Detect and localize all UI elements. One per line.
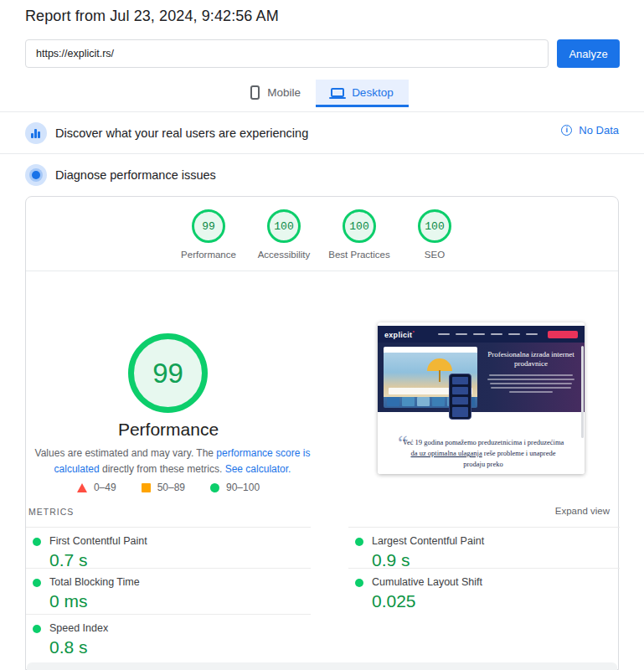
field-data-section-header: Discover what your real users are experi… [25,122,619,144]
metrics-heading: METRICS [28,507,74,517]
tab-mobile[interactable]: Mobile [235,80,316,107]
legend-average-label: 50–89 [157,482,185,493]
preview-quote-text: Već 19 godina pomažemo preduzetnicima i … [401,437,565,471]
no-data-status[interactable]: i No Data [561,124,619,137]
metric-label: Largest Contentful Paint [372,535,620,547]
score-seo[interactable]: 100 SEO [397,209,472,260]
score-best-practices[interactable]: 100 Best Practices [322,209,397,260]
legend-good: 90–100 [210,482,260,493]
lab-data-section-header: Diagnose performance issues [25,164,619,186]
score-seo-value: 100 [418,209,451,243]
tab-desktop[interactable]: Desktop [316,80,409,107]
mobile-phone-icon [250,85,260,100]
metric-label: Cumulative Layout Shift [372,576,620,588]
score-accessibility-value: 100 [267,209,301,243]
metric-value: 0.8 s [49,637,311,657]
preview-hero-section: Profesionalna izrada internet prodavnice [378,343,585,412]
preview-scrollbar [581,346,584,438]
page-title: Report from Jul 23, 2024, 9:42:56 AM [25,8,279,25]
url-input[interactable] [25,39,549,68]
metric-largest-contentful-paint: Largest Contentful Paint 0.9 s [348,527,620,570]
good-dot-icon [33,538,41,546]
diagnose-gauge-icon [25,164,47,186]
no-data-label: No Data [579,124,619,137]
good-dot-icon [33,579,41,587]
preview-site-header: explicit* [378,326,585,343]
collapsed-section-bar[interactable] [27,662,617,670]
metric-speed-index: Speed Index 0.8 s [26,614,311,657]
average-square-icon [142,483,151,492]
score-seo-label: SEO [397,250,472,260]
score-best-practices-value: 100 [343,209,376,243]
divider [26,271,618,271]
good-dot-icon [355,538,363,546]
legend-poor: 0–49 [77,482,116,493]
preview-site-logo: explicit* [384,330,415,339]
device-tabs: Mobile Desktop [0,80,644,107]
legend-good-label: 90–100 [226,482,260,493]
performance-gauge-score: 99 [152,358,183,389]
good-circle-icon [210,483,219,492]
info-icon: i [561,125,572,136]
score-range-legend: 0–49 50–89 90–100 [26,482,311,493]
score-performance-label: Performance [171,250,246,260]
legend-average: 50–89 [142,482,185,493]
preview-phone-mockup [449,374,471,420]
desktop-laptop-icon [331,88,344,97]
preview-site-cta-button [548,331,578,338]
legend-poor-label: 0–49 [94,482,116,493]
metric-first-contentful-paint: First Contentful Paint 0.7 s [26,527,311,570]
report-card: 99 Performance 100 Accessibility 100 Bes… [25,196,619,670]
site-screenshot-preview[interactable]: explicit* Profesionalna izrada internet … [378,322,585,474]
real-users-chart-icon [25,122,47,144]
lab-section-title: Diagnose performance issues [55,168,216,182]
performance-gauge: 99 [128,333,208,413]
score-accessibility[interactable]: 100 Accessibility [246,209,322,260]
metric-cumulative-layout-shift: Cumulative Layout Shift 0.025 [348,568,620,611]
preview-hero-text: Profesionalna izrada internet prodavnice [483,350,579,395]
tab-desktop-label: Desktop [352,86,394,99]
metric-label: Total Blocking Time [49,576,311,588]
score-accessibility-label: Accessibility [246,250,322,260]
score-performance-value: 99 [192,209,225,243]
preview-hero-paragraph [483,374,579,394]
metric-label: First Contentful Paint [49,535,311,547]
metric-total-blocking-time: Total Blocking Time 0 ms [26,568,311,611]
score-performance[interactable]: 99 Performance [171,209,246,260]
preview-hero-title: Profesionalna izrada internet prodavnice [483,350,579,369]
divider [0,111,644,112]
poor-triangle-icon [77,483,87,492]
performance-gauge-label: Performance [26,420,311,440]
analyze-button[interactable]: Analyze [557,39,620,68]
score-disclaimer: Values are estimated and may vary. The p… [34,446,311,477]
metric-value: 0.025 [372,591,620,611]
metric-label: Speed Index [49,622,311,634]
metric-value: 0 ms [49,591,311,611]
field-section-title: Discover what your real users are experi… [55,126,308,140]
good-dot-icon [33,625,41,633]
preview-quote-section: “ Već 19 godina pomažemo preduzetnicima … [378,412,585,474]
divider [0,153,644,154]
category-scores: 99 Performance 100 Accessibility 100 Bes… [171,209,472,260]
disclaimer-text: directly from these metrics. [100,463,225,475]
tab-mobile-label: Mobile [267,86,301,99]
preview-quote-link: da uz optimalna ulaganja [410,449,482,457]
good-dot-icon [355,579,363,587]
see-calculator-link[interactable]: See calculator. [225,463,291,475]
umbrella-icon [427,358,452,371]
score-best-practices-label: Best Practices [322,250,397,260]
expand-view-button[interactable]: Expand view [555,506,610,516]
preview-site-nav [438,333,538,336]
disclaimer-text: Values are estimated and may vary. The [35,447,217,459]
